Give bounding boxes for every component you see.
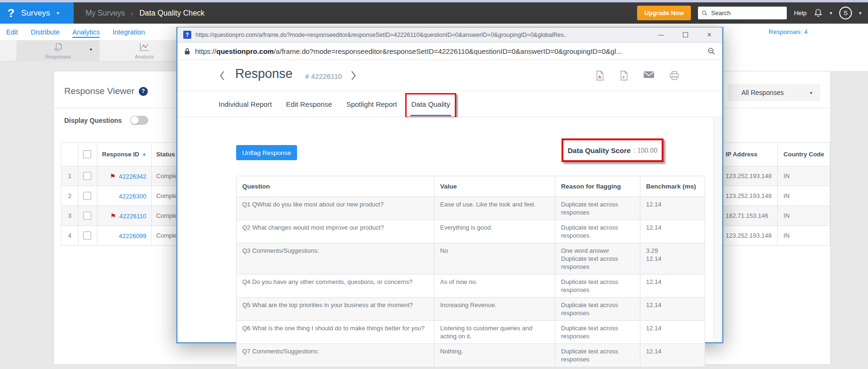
help-icon[interactable]: ? (139, 87, 148, 96)
benchmark-cell: 12.14 (640, 220, 705, 243)
svg-text:A: A (598, 75, 602, 79)
help-link[interactable]: Help (794, 9, 807, 17)
value-cell: As of now no. (434, 275, 555, 298)
reason-cell: Duplicate text across responses (555, 275, 640, 298)
survey-nav-tabs: Edit Distribute Analytics Integration (6, 24, 145, 40)
tab-edit-response[interactable]: Edit Response (286, 100, 332, 108)
response-id-link[interactable]: 42226099 (119, 232, 146, 240)
breadcrumb-separator-icon (131, 9, 134, 17)
export-actions: A x (595, 70, 680, 81)
export-pdf-button[interactable]: A (595, 70, 604, 81)
reason-cell: Duplicate text across responses (555, 321, 640, 344)
row-number: 4 (61, 226, 78, 246)
topbar-actions: Upgrade Now Help S (637, 2, 861, 24)
data-quality-score-value: : 100.00 (633, 146, 657, 154)
report-tabs: Individual Report Edit Response Spotligh… (178, 91, 722, 117)
value-cell: Ease of use. Like the look and feel. (434, 197, 555, 220)
unflag-response-button[interactable]: Unflag Response (236, 145, 297, 160)
benchmark-cell: 12.14 (640, 321, 705, 344)
value-cell: Listening to customer queries and acting… (434, 321, 555, 344)
window-minimize-button[interactable]: — (658, 31, 664, 38)
row-checkbox[interactable] (83, 212, 91, 220)
display-questions-toggle[interactable] (130, 116, 148, 125)
flag-icon: ⚑ (110, 212, 116, 220)
svg-text:x: x (622, 74, 625, 79)
tab-edit[interactable]: Edit (6, 26, 18, 38)
value-cell: No (434, 243, 555, 275)
question-cell: Q1 QWhat do you like most about our new … (237, 197, 434, 220)
search-input[interactable] (710, 9, 783, 17)
breadcrumb-current: Data Quality Check (139, 9, 204, 17)
data-quality-score-label: Data Quality Score (568, 146, 630, 154)
background (723, 40, 868, 71)
question-cell: Q4 Do you have any other comments, quest… (237, 275, 434, 298)
table-row: Q7 Comments/Suggestions: Nothing. Duplic… (237, 344, 705, 367)
chevron-down-icon[interactable] (830, 10, 832, 16)
data-quality-panel: Unflag Response Data Quality Score : 100… (178, 117, 722, 342)
tab-individual-report[interactable]: Individual Report (219, 100, 272, 108)
response-header: Response # 42226110 A x (178, 60, 722, 91)
table-row: Q2 What changes would most improve our p… (237, 220, 705, 243)
window-title-url: https://questionpro.com/a/frame.do?mode=… (196, 32, 654, 38)
select-all-checkbox[interactable] (83, 150, 91, 158)
next-response-button[interactable] (350, 70, 357, 81)
search-icon (702, 10, 707, 16)
address-bar[interactable]: https://questionpro.com/a/frame.do?mode=… (178, 43, 722, 60)
prev-response-button[interactable] (219, 70, 225, 81)
response-id-header[interactable]: Response ID▲ (97, 143, 152, 166)
row-checkbox[interactable] (83, 232, 91, 240)
response-id-link[interactable]: 42226300 (119, 193, 146, 200)
table-row: Q3 Comments/Suggestions: No One word ans… (237, 243, 705, 275)
country-cell: IN (778, 206, 830, 226)
window-close-button[interactable]: × (707, 30, 712, 40)
benchmark-cell: 12.14 (640, 275, 705, 298)
response-id-link[interactable]: 42226110 (119, 213, 146, 220)
benchmark-cell: 12.14 (640, 344, 705, 367)
toggle-knob (131, 116, 139, 124)
select-all-header (78, 143, 97, 166)
chevron-down-icon[interactable] (859, 10, 861, 16)
email-button[interactable] (643, 70, 655, 81)
row-checkbox[interactable] (83, 172, 91, 180)
avatar[interactable]: S (839, 7, 852, 19)
data-quality-table: Question Value Reason for flagging Bench… (236, 176, 705, 367)
tab-spotlight-report[interactable]: Spotlight Report (346, 100, 397, 108)
search-box (698, 7, 787, 19)
response-title: Response (235, 67, 293, 81)
row-checkbox[interactable] (83, 192, 91, 200)
table-row: Q4 Do you have any other comments, quest… (237, 275, 705, 298)
country-code-header: Country Code (778, 143, 830, 166)
question-header: Question (237, 176, 434, 197)
tab-analytics[interactable]: Analytics (72, 26, 100, 38)
country-cell: IN (778, 166, 830, 186)
zoom-icon[interactable] (707, 47, 715, 55)
response-filter-dropdown[interactable]: All Responses (728, 84, 820, 101)
upgrade-now-button[interactable]: Upgrade Now (637, 6, 691, 20)
breadcrumb-my-surveys[interactable]: My Surveys (85, 9, 125, 17)
window-titlebar[interactable]: ? https://questionpro.com/a/frame.do?mod… (178, 27, 722, 43)
notifications-bell-icon[interactable] (814, 9, 823, 17)
questionpro-logo-icon: ? (8, 8, 15, 19)
tab-distribute[interactable]: Distribute (31, 26, 60, 38)
row-number: 2 (61, 186, 78, 206)
page-title: Response Viewer ? (64, 86, 148, 96)
tab-integration[interactable]: Integration (112, 26, 145, 38)
surveys-menu[interactable]: ? Surveys (0, 2, 74, 24)
tab-data-quality[interactable]: Data Quality (411, 100, 451, 108)
window-maximize-button[interactable] (683, 32, 688, 37)
value-header: Value (434, 176, 555, 197)
export-excel-button[interactable]: x (619, 70, 629, 81)
table-row: Q1 QWhat do you like most about our new … (237, 197, 705, 220)
app-window: ? Surveys My Surveys Data Quality Check … (0, 0, 868, 369)
flag-icon: ⚑ (110, 172, 116, 180)
responses-count: Responses: 4 (768, 28, 808, 35)
question-cell: Q2 What changes would most improve our p… (237, 220, 434, 243)
questionpro-favicon-icon: ? (183, 31, 191, 39)
print-button[interactable] (669, 70, 680, 81)
response-id-link[interactable]: 42226342 (119, 173, 146, 180)
scrollbar-track[interactable] (713, 117, 722, 342)
table-row: Q6 What is the one thing I should do to … (237, 321, 705, 344)
toolbar-responses[interactable]: Responses (17, 40, 100, 61)
value-cell: Everything is good. (434, 220, 555, 243)
active-tab-underline (410, 115, 451, 116)
